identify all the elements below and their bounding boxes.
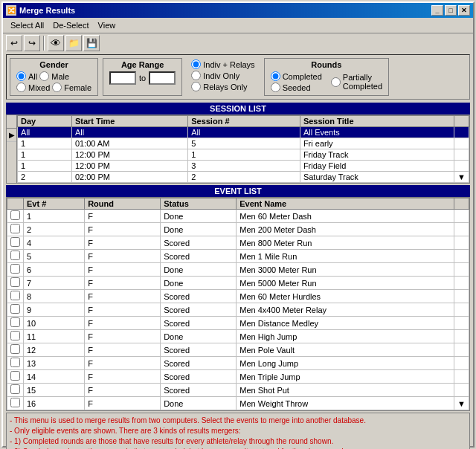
event-checkbox[interactable]: [10, 224, 20, 233]
cell-status: Scored: [161, 384, 237, 397]
table-row[interactable]: 6 F Done Men 3000 Meter Run: [7, 263, 469, 277]
rounds-seeded-radio[interactable]: [271, 83, 280, 92]
event-checkbox[interactable]: [10, 251, 20, 260]
rounds-label: Rounds: [271, 60, 382, 69]
maximize-button[interactable]: □: [445, 5, 457, 16]
session-list-section: SESSION LIST ▶ Day Start Time Session #: [6, 103, 470, 184]
eye-button[interactable]: 👁: [48, 35, 64, 51]
cell-event-name: Men Pole Vault: [237, 343, 454, 357]
event-checkbox[interactable]: [10, 371, 20, 381]
col-checkbox: [7, 198, 24, 210]
col-event-name: Event Name: [237, 198, 454, 210]
cell-round: F: [85, 384, 161, 397]
gender-female-label: Female: [64, 83, 91, 92]
gender-group: Gender All Male Mixed Female: [10, 58, 98, 96]
cell-event-name: Men Long Jump: [237, 357, 454, 370]
cell-start-time: 12:00 PM: [71, 149, 187, 161]
table-row[interactable]: All All All All Events: [18, 127, 469, 138]
cell-scroll: [454, 317, 469, 330]
table-row[interactable]: 15 F Scored Men Shot Put: [7, 384, 469, 397]
event-checkbox[interactable]: [10, 317, 20, 327]
minimize-button[interactable]: _: [431, 5, 443, 16]
window-icon: 🔀: [6, 5, 16, 16]
indiv-only-radio[interactable]: [191, 71, 201, 80]
cell-start-time: 01:00 AM: [71, 138, 187, 149]
cell-evt: 9: [24, 303, 85, 317]
event-checkbox[interactable]: [10, 264, 20, 274]
event-checkbox[interactable]: [10, 237, 20, 247]
gender-label: Gender: [16, 60, 91, 69]
cell-day: All: [18, 127, 72, 138]
table-row[interactable]: 1 12:00 PM 3 Friday Field: [18, 161, 469, 172]
table-row[interactable]: 4 F Scored Men 800 Meter Run: [7, 236, 469, 250]
cell-round: F: [85, 250, 161, 263]
event-checkbox[interactable]: [10, 210, 20, 220]
close-button[interactable]: ✕: [458, 5, 470, 16]
table-row[interactable]: 8 F Scored Men 60 Meter Hurdles: [7, 290, 469, 303]
redo-button[interactable]: ↪: [24, 35, 40, 51]
scrollbar-th: [454, 116, 469, 127]
cell-scroll: [454, 357, 469, 370]
cell-evt: 14: [24, 370, 85, 384]
cell-evt: 12: [24, 343, 85, 357]
indiv-relays-radio[interactable]: [191, 59, 201, 69]
gender-female-radio[interactable]: [52, 83, 62, 92]
event-checkbox[interactable]: [10, 358, 20, 367]
cell-event-name: Men 5000 Meter Run: [237, 277, 454, 290]
table-row[interactable]: 1 01:00 AM 5 Fri early: [18, 138, 469, 149]
folder-button[interactable]: 📁: [65, 35, 82, 51]
table-row[interactable]: 14 F Scored Men Triple Jump: [7, 370, 469, 384]
table-row[interactable]: 9 F Scored Men 4x400 Meter Relay: [7, 303, 469, 317]
menu-view[interactable]: View: [94, 19, 120, 31]
undo-button[interactable]: ↩: [6, 35, 22, 51]
menu-select-all[interactable]: Select All: [6, 19, 48, 31]
cell-event-name: Men 3000 Meter Run: [237, 263, 454, 277]
cell-session-num: 5: [188, 138, 300, 149]
event-checkbox[interactable]: [10, 384, 20, 394]
table-row[interactable]: 12 F Scored Men Pole Vault: [7, 343, 469, 357]
indiv-relays-label: Indiv + Relays: [203, 60, 254, 69]
rounds-partial-radio[interactable]: [331, 77, 341, 87]
cell-event-name: Men 800 Meter Run: [237, 236, 454, 250]
table-row[interactable]: 11 F Done Men High Jump: [7, 330, 469, 343]
col-scroll: [454, 198, 469, 210]
rounds-completed-radio[interactable]: [271, 71, 280, 81]
event-checkbox[interactable]: [10, 277, 20, 287]
gender-all-radio[interactable]: [16, 71, 26, 81]
event-checkbox[interactable]: [10, 291, 20, 300]
table-row[interactable]: 1 F Done Men 60 Meter Dash: [7, 210, 469, 223]
cell-evt: 6: [24, 263, 85, 277]
gender-mixed-label: Mixed: [28, 83, 50, 92]
info-line-3: - 1) Completed rounds are those that hav…: [10, 436, 466, 447]
save-button[interactable]: 💾: [83, 35, 100, 51]
menu-de-select[interactable]: De-Select: [48, 19, 93, 31]
cell-scroll: [454, 236, 469, 250]
age-to-separator: to: [139, 74, 146, 83]
age-from-input[interactable]: [109, 71, 136, 85]
gender-male-radio[interactable]: [39, 71, 49, 81]
table-row[interactable]: 13 F Scored Men Long Jump: [7, 357, 469, 370]
event-checkbox[interactable]: [10, 344, 20, 354]
relays-only-radio[interactable]: [191, 82, 201, 91]
cell-round: F: [85, 357, 161, 370]
cell-round: F: [85, 277, 161, 290]
age-to-input[interactable]: [149, 71, 176, 85]
table-row[interactable]: 10 F Scored Men Distance Medley: [7, 317, 469, 330]
table-row[interactable]: 5 F Scored Men 1 Mile Run: [7, 250, 469, 263]
cell-round: F: [85, 397, 161, 410]
table-row[interactable]: 16 F Done Men Weight Throw ▼: [7, 397, 469, 410]
gender-mixed-radio[interactable]: [16, 83, 26, 92]
relays-only-label: Relays Only: [203, 83, 247, 91]
cell-event-name: Men 60 Meter Hurdles: [237, 290, 454, 303]
event-checkbox[interactable]: [10, 304, 20, 314]
event-checkbox[interactable]: [10, 331, 20, 340]
table-row[interactable]: 2 F Done Men 200 Meter Dash: [7, 223, 469, 236]
cell-evt: 1: [24, 210, 85, 223]
table-row[interactable]: 1 12:00 PM 1 Friday Track: [18, 149, 469, 161]
table-row[interactable]: 2 02:00 PM 2 Saturday Track ▼: [18, 172, 469, 183]
cell-evt: 13: [24, 357, 85, 370]
table-row[interactable]: 7 F Done Men 5000 Meter Run: [7, 277, 469, 290]
col-round: Round: [85, 198, 161, 210]
cell-event-name: Men 4x400 Meter Relay: [237, 303, 454, 317]
event-checkbox[interactable]: [10, 398, 20, 407]
